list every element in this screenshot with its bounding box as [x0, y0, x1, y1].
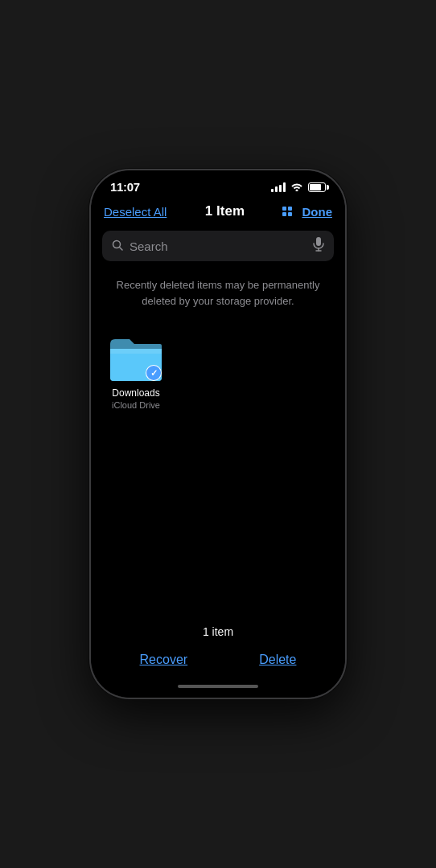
phone-screen: 11:07 Deselect All: [91, 170, 345, 698]
folder-icon-wrapper: ✓: [107, 333, 165, 384]
status-bar: 11:07: [91, 170, 345, 197]
svg-line-1: [120, 247, 123, 250]
mic-icon: [313, 237, 324, 255]
wifi-icon: [290, 181, 303, 194]
home-bar: [178, 685, 258, 688]
nav-title: 1 Item: [205, 203, 245, 219]
folder-name: Downloads: [112, 387, 159, 399]
search-bar[interactable]: Search: [102, 231, 334, 261]
folder-item-downloads[interactable]: ✓ Downloads iCloud Drive: [104, 330, 168, 413]
status-icons: [271, 181, 326, 194]
svg-rect-2: [316, 237, 321, 246]
phone-frame: 11:07 Deselect All: [89, 169, 347, 699]
search-icon: [112, 240, 123, 253]
home-indicator: [91, 678, 345, 698]
signal-icon: [271, 182, 286, 192]
bottom-actions: Recover Delete: [104, 645, 332, 675]
search-bar-container: Search: [91, 226, 345, 266]
status-time: 11:07: [110, 180, 140, 194]
done-button[interactable]: Done: [302, 205, 332, 219]
content-area: ✓ Downloads iCloud Drive: [91, 317, 345, 619]
folder-subtitle: iCloud Drive: [112, 400, 160, 410]
warning-message: Recently deleted items may be permanentl…: [91, 266, 345, 317]
nav-bar: Deselect All 1 Item Done: [91, 197, 345, 226]
battery-icon: [308, 182, 326, 192]
bottom-bar: 1 item Recover Delete: [91, 619, 345, 678]
selection-checkmark: ✓: [146, 365, 162, 381]
delete-button[interactable]: Delete: [243, 648, 312, 672]
nav-right-actions: Done: [282, 205, 332, 219]
notch: [170, 170, 266, 193]
search-placeholder: Search: [130, 240, 306, 253]
item-count: 1 item: [203, 625, 233, 638]
recover-button[interactable]: Recover: [124, 648, 204, 672]
deselect-all-button[interactable]: Deselect All: [104, 205, 167, 219]
grid-view-icon[interactable]: [282, 207, 292, 216]
